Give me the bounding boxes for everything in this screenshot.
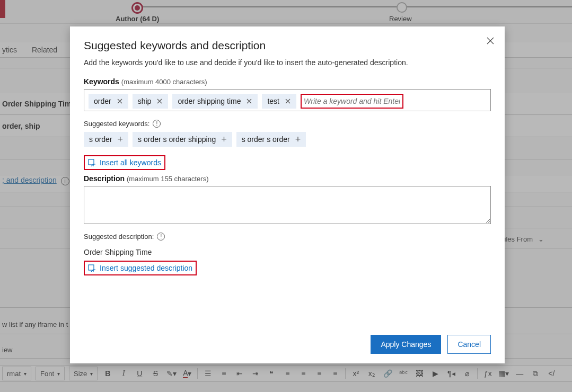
toolbar-clear-button[interactable]: ⌀: [461, 368, 473, 379]
keyword-chip: ship: [133, 94, 169, 109]
toolbar-indent-button[interactable]: ⇥: [250, 368, 261, 379]
wizard-step-review-icon: [397, 2, 407, 13]
toolbar-fx-button[interactable]: ƒx: [482, 368, 494, 379]
toolbar-image-button[interactable]: 🖼: [413, 368, 425, 379]
suggested-description-text: Order Shipping Time: [84, 248, 491, 256]
toolbar-ol-button[interactable]: ≡: [218, 368, 230, 379]
info-icon: i: [61, 177, 69, 185]
insert-all-keywords-button[interactable]: Insert all keywords: [84, 155, 165, 170]
add-keyword-button[interactable]: +: [118, 136, 124, 142]
description-label: Description (maximum 155 characters): [84, 174, 491, 183]
keyword-chip-label: ship: [138, 97, 152, 105]
field-keywords-value: order, ship: [2, 122, 40, 130]
wizard-track: [135, 6, 572, 7]
suggested-keyword-chip: s order s order +: [236, 132, 306, 147]
toolbar-italic-button[interactable]: I: [118, 368, 129, 379]
keywords-label: Keywords (maximum 4000 characters): [84, 77, 491, 86]
close-button[interactable]: [486, 36, 495, 46]
suggested-keywords-label: Suggested keywords: !: [84, 120, 491, 128]
keyword-chip: order shipping time: [172, 94, 258, 109]
toolbar-align-justify-button[interactable]: ≡: [329, 368, 341, 379]
toolbar-outdent-button[interactable]: ⇤: [234, 368, 245, 379]
toolbar-underline-button[interactable]: U: [134, 368, 145, 379]
toolbar-hr-button[interactable]: —: [514, 368, 525, 379]
remove-keyword-button[interactable]: [246, 98, 252, 104]
toolbar-font-select[interactable]: Font: [36, 367, 65, 380]
toolbar-link-button[interactable]: 🔗: [382, 368, 393, 379]
toolbar-quote-button[interactable]: ❝: [266, 368, 277, 379]
insert-icon: [88, 159, 95, 166]
close-icon: [487, 37, 494, 44]
suggested-description-label: Suggested description: !: [84, 233, 491, 240]
info-icon[interactable]: !: [153, 120, 161, 128]
wizard-bar: Author (64 D) Review: [0, 0, 572, 24]
toolbar-format-select[interactable]: rmat: [2, 367, 31, 380]
modal-footer: Apply Changes Cancel: [84, 335, 491, 354]
toolbar-align-center-button[interactable]: ≡: [297, 368, 309, 379]
toolbar-ul-button[interactable]: ☰: [202, 368, 214, 379]
info-icon[interactable]: !: [157, 233, 165, 240]
suggested-keywords-modal: Suggested keywords and description Add t…: [70, 26, 505, 363]
keyword-input[interactable]: [302, 96, 402, 106]
iframe-allowlist-note: w list if any iframe in t: [2, 320, 68, 328]
description-textarea[interactable]: [84, 186, 491, 224]
chevron-down-icon: [535, 235, 544, 243]
toolbar-unlink-button[interactable]: ᵃᵇᶜ: [398, 368, 409, 379]
cancel-button[interactable]: Cancel: [447, 335, 491, 354]
toolbar-strike-button[interactable]: S: [149, 368, 161, 379]
suggested-keyword-label: s order s order shipping: [138, 135, 216, 144]
suggested-keyword-chip: s order s order shipping +: [133, 132, 232, 147]
toolbar-pilcrow-button[interactable]: ¶◂: [445, 368, 457, 379]
keyword-chip-label: test: [267, 97, 279, 105]
toolbar-align-right-button[interactable]: ≡: [313, 368, 325, 379]
field-title-value: Order Shipping Time: [2, 100, 75, 108]
toolbar-align-left-button[interactable]: ≡: [281, 368, 293, 379]
close-icon: [117, 99, 122, 104]
toolbar-textcolor-button[interactable]: A▾: [181, 368, 193, 379]
suggested-keyword-label: s order: [89, 135, 112, 144]
wizard-step-review-label: Review: [389, 15, 412, 23]
toolbar-bold-button[interactable]: B: [102, 368, 113, 379]
preview-label: iew: [2, 346, 13, 354]
add-keyword-button[interactable]: +: [295, 136, 301, 142]
keyword-chip-label: order shipping time: [178, 97, 241, 105]
keywords-input-box[interactable]: order ship order shipping time test: [84, 89, 491, 111]
toolbar-sub-button[interactable]: x₂: [366, 368, 377, 379]
wizard-step-author-label: Author (64 D): [116, 15, 159, 23]
keywords-description-link[interactable]: ; and description: [2, 176, 57, 184]
toolbar-video-button[interactable]: ▶: [429, 368, 441, 379]
tab-related[interactable]: Related: [32, 46, 57, 54]
red-accent-bar: [0, 0, 5, 18]
add-keyword-button[interactable]: +: [221, 136, 227, 142]
editor-toolbar: rmat Font Size B I U S ✎▾ A▾ ☰ ≡ ⇤ ⇥ ❝ ≡…: [0, 365, 572, 382]
toolbar-structure-button[interactable]: ⧉: [530, 368, 541, 379]
close-icon: [247, 99, 252, 104]
close-icon: [157, 99, 162, 104]
close-icon: [285, 99, 291, 104]
suggested-keyword-chip: s order +: [84, 132, 128, 147]
wizard-step-author-icon: [131, 2, 143, 14]
toolbar-highlight-button[interactable]: ✎▾: [165, 368, 177, 379]
toolbar-size-select[interactable]: Size: [69, 367, 98, 380]
keyword-input-highlight: [301, 94, 403, 109]
tab-analytics[interactable]: ytics: [2, 46, 17, 54]
toolbar-table-button[interactable]: ▦▾: [498, 368, 509, 379]
modal-title: Suggested keywords and description: [84, 39, 491, 52]
remove-keyword-button[interactable]: [285, 98, 291, 104]
insert-icon: [88, 264, 95, 272]
keyword-chip: order: [89, 94, 128, 109]
suggested-keywords-row: s order + s order s order shipping + s o…: [84, 132, 491, 147]
insert-suggested-description-button[interactable]: Insert suggested description: [84, 261, 197, 275]
keyword-chip-label: order: [94, 97, 111, 105]
toolbar-code-button[interactable]: </: [545, 368, 557, 379]
apply-changes-button[interactable]: Apply Changes: [371, 335, 441, 354]
remove-keyword-button[interactable]: [156, 98, 163, 104]
keyword-chip: test: [262, 94, 296, 109]
suggested-keyword-label: s order s order: [242, 135, 290, 144]
modal-subtitle: Add the keywords you'd like to use and d…: [84, 58, 491, 67]
toolbar-sup-button[interactable]: x²: [350, 368, 362, 379]
remove-keyword-button[interactable]: [117, 98, 123, 104]
